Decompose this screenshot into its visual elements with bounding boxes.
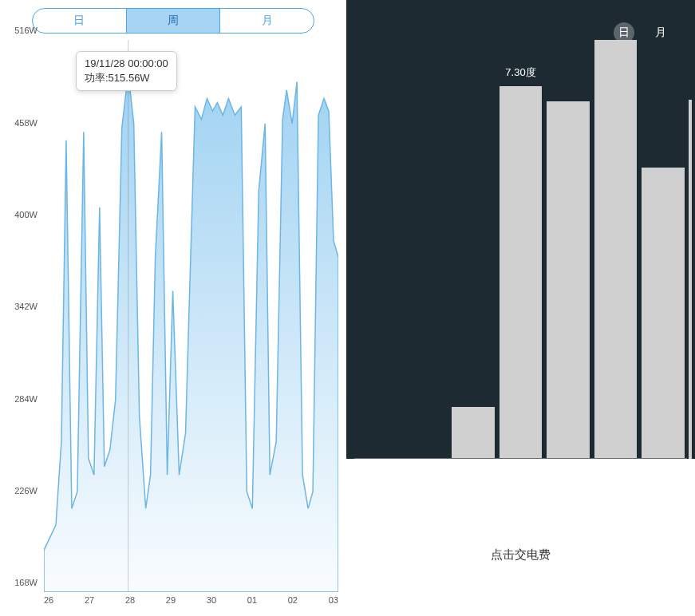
bar [452,407,495,458]
area-fill [44,73,338,592]
x-tick: 28 [125,595,135,608]
seg-day[interactable]: 日 [33,9,126,33]
x-tick: 03 [329,595,338,608]
y-tick: 342W [14,302,38,311]
bar-col[interactable] [402,40,450,458]
bar-col[interactable] [639,40,687,458]
y-tick: 226W [14,486,38,496]
plot-area[interactable]: 19/11/28 00:00:00 功率:515.56W [44,40,338,592]
tooltip-value: 功率:515.56W [85,71,168,85]
left-chart: 168W 226W 284W 342W 400W 458W 516W [0,40,346,592]
edge-bar [689,100,692,459]
tooltip-timestamp: 19/11/28 00:00:00 [85,57,168,71]
x-tick: 26 [44,595,53,608]
y-tick: 168W [14,578,38,587]
bar-col[interactable] [592,40,640,458]
y-tick: 400W [14,210,38,219]
x-tick: 01 [247,595,257,608]
bar-col[interactable]: 7.30度 [497,40,545,458]
y-axis: 168W 226W 284W 342W 400W 458W 516W [0,40,44,592]
bar-col[interactable] [544,40,592,458]
y-tick: 284W [14,394,38,404]
y-tick: 458W [14,118,38,128]
bar-col[interactable] [354,40,402,458]
bar [500,86,543,458]
chart-tooltip: 19/11/28 00:00:00 功率:515.56W [76,51,177,91]
seg-week[interactable]: 周 [126,9,220,33]
bar [547,101,590,458]
x-tick: 30 [207,595,216,608]
bar [594,40,638,458]
line-chart-svg [44,40,338,592]
x-tick: 02 [288,595,298,608]
bar [642,168,685,458]
seg-month[interactable]: 月 [219,9,314,33]
left-segmented-control: 日 周 月 [32,8,314,34]
x-axis-left: 26 27 28 29 30 01 02 03 [44,592,338,608]
pay-bill-button[interactable]: 点击交电费 [394,537,647,572]
x-tick: 27 [85,595,94,608]
bar-area[interactable]: 7.30度 [354,40,687,459]
right-chart: 7.30度 11/2411/2511/2611/2711/2811/2911/3… [346,40,695,484]
left-panel: 日 周 月 168W 226W 284W 342W 400W 458W 516W [0,0,346,616]
right-panel: 日 月 7.30度 11/2411/2511/2611/2711/2811/29… [346,0,695,616]
bar-col[interactable] [449,40,497,458]
bar-callout-label: 7.30度 [505,65,535,80]
x-tick: 29 [166,595,176,608]
y-tick: 516W [14,26,38,35]
